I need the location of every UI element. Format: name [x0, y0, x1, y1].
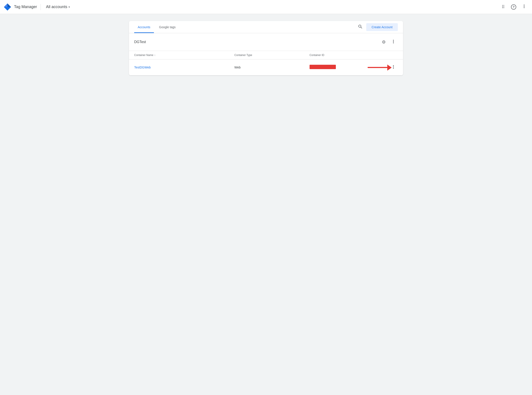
app-name-label: Tag Manager: [14, 5, 37, 9]
col-id-label: Container ID: [310, 54, 324, 57]
container-name-link[interactable]: TestDGWeb: [134, 66, 151, 69]
more-options-button[interactable]: [520, 3, 528, 11]
cell-container-name: TestDGWeb: [134, 66, 235, 69]
all-accounts-label: All accounts: [46, 5, 67, 9]
accounts-card: Accounts Google tags Create Account: [129, 21, 403, 76]
create-account-button[interactable]: Create Account: [366, 23, 398, 31]
search-icon: [358, 24, 362, 30]
col-header-container-type: Container Type: [235, 54, 310, 57]
tab-accounts[interactable]: Accounts: [134, 21, 154, 33]
account-section: DGTest ⚙ Container Name ↑: [129, 33, 403, 76]
svg-marker-2: [4, 3, 7, 7]
col-header-actions: [385, 54, 398, 57]
tab-google-tags[interactable]: Google tags: [156, 21, 179, 33]
col-header-container-id: Container ID: [310, 54, 385, 57]
gear-icon: ⚙: [382, 39, 386, 45]
apps-grid-icon: ⠿: [502, 4, 505, 10]
app-header: Tag Manager All accounts ▾ ⠿ ?: [0, 0, 532, 14]
svg-point-9: [393, 40, 394, 41]
header-divider: [40, 4, 41, 10]
svg-point-13: [393, 66, 394, 67]
tabs-right: Create Account: [356, 23, 398, 32]
col-type-label: Container Type: [235, 54, 252, 57]
table-header: Container Name ↑ Container Type Containe…: [129, 51, 403, 60]
main-content: Accounts Google tags Create Account: [124, 14, 408, 82]
col-name-label: Container Name: [134, 54, 153, 57]
svg-marker-3: [4, 7, 11, 11]
apps-grid-button[interactable]: ⠿: [499, 3, 508, 11]
header-left: Tag Manager All accounts ▾: [4, 3, 499, 11]
svg-marker-1: [7, 3, 11, 7]
search-button[interactable]: [356, 23, 364, 32]
svg-point-10: [393, 41, 394, 42]
svg-point-11: [393, 42, 394, 43]
all-accounts-button[interactable]: All accounts ▾: [44, 4, 72, 10]
sort-arrow-icon: ↑: [154, 54, 156, 56]
gtm-logo: [4, 3, 11, 11]
table-row-wrapper: TestDGWeb Web: [129, 60, 403, 76]
cell-row-actions: [385, 63, 398, 72]
account-dots-icon: [391, 39, 396, 45]
tabs-bar: Accounts Google tags Create Account: [129, 21, 403, 33]
tabs-left: Accounts Google tags: [134, 21, 356, 33]
help-icon: ?: [511, 4, 516, 10]
row-more-button[interactable]: [389, 63, 398, 72]
svg-line-8: [361, 27, 362, 28]
account-more-button[interactable]: [389, 38, 398, 46]
svg-point-12: [393, 65, 394, 66]
container-id-redacted-bar: [310, 65, 336, 69]
chevron-down-icon: ▾: [68, 5, 70, 9]
col-header-container-name: Container Name ↑: [134, 54, 235, 57]
header-right: ⠿ ?: [499, 3, 528, 11]
account-settings-button[interactable]: ⚙: [379, 38, 388, 46]
help-button[interactable]: ?: [509, 3, 518, 11]
table-row: TestDGWeb Web: [129, 60, 403, 76]
svg-point-4: [524, 5, 525, 5]
cell-container-id: [310, 65, 385, 70]
vertical-dots-icon: [522, 4, 526, 10]
account-name-label: DGTest: [134, 40, 379, 44]
cell-container-type: Web: [235, 66, 310, 69]
svg-point-14: [393, 68, 394, 69]
svg-point-6: [524, 7, 525, 8]
row-dots-icon: [391, 65, 396, 70]
account-header: DGTest ⚙: [129, 33, 403, 51]
account-actions: ⚙: [379, 38, 398, 46]
svg-point-5: [524, 6, 525, 7]
